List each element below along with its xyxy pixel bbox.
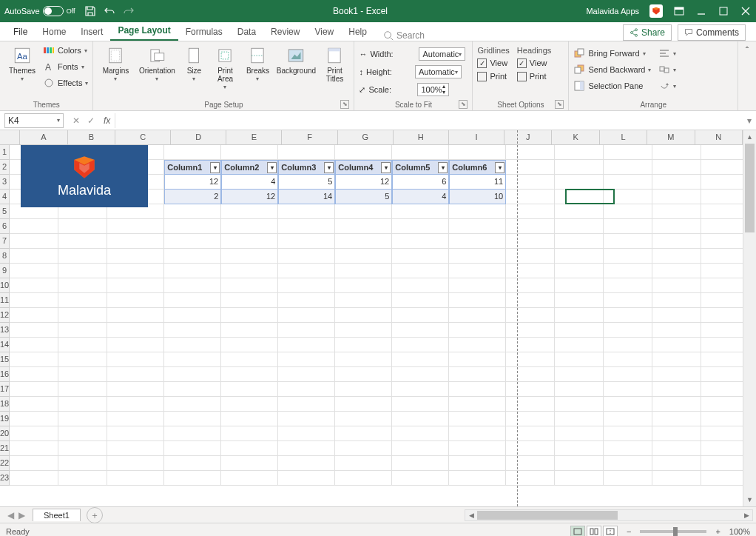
cell[interactable]	[701, 160, 743, 175]
cell[interactable]	[652, 338, 701, 352]
cell[interactable]	[221, 323, 278, 338]
cell[interactable]	[335, 471, 392, 486]
cell[interactable]	[604, 219, 652, 234]
cell[interactable]	[335, 278, 392, 293]
cell[interactable]	[449, 308, 506, 323]
cell[interactable]	[335, 219, 392, 234]
cell[interactable]	[604, 338, 652, 352]
align-button[interactable]: ▾	[658, 46, 676, 61]
cell[interactable]	[58, 278, 107, 293]
cell[interactable]	[555, 145, 604, 160]
cell[interactable]	[652, 175, 701, 190]
zoom-out-button[interactable]: −	[624, 527, 634, 536]
cell[interactable]	[604, 382, 652, 397]
cell[interactable]	[604, 412, 652, 426]
tab-formulas[interactable]: Formulas	[178, 23, 230, 41]
cell[interactable]	[107, 382, 164, 397]
cell[interactable]	[701, 249, 743, 264]
background-button[interactable]: Background	[275, 43, 317, 75]
cell[interactable]: 12	[335, 175, 392, 190]
cell[interactable]	[506, 441, 555, 456]
share-button[interactable]: Share	[623, 24, 672, 41]
cell[interactable]	[107, 264, 164, 278]
row-header[interactable]: 4	[0, 190, 10, 204]
cell[interactable]	[221, 219, 278, 234]
cell[interactable]	[58, 308, 107, 323]
autosave-toggle[interactable]: AutoSave Off	[4, 6, 75, 16]
cell[interactable]	[701, 175, 743, 190]
cell[interactable]	[652, 471, 701, 486]
cell[interactable]	[701, 293, 743, 308]
select-all-corner[interactable]	[0, 130, 20, 145]
cell[interactable]	[392, 456, 449, 471]
cell[interactable]	[278, 204, 335, 219]
cell[interactable]	[449, 456, 506, 471]
cell[interactable]	[555, 264, 604, 278]
cell[interactable]	[604, 190, 652, 204]
cell[interactable]	[335, 412, 392, 426]
cell[interactable]	[555, 441, 604, 456]
cell[interactable]	[107, 249, 164, 264]
themes-button[interactable]: Aa Themes▾	[4, 43, 40, 83]
cell[interactable]	[392, 323, 449, 338]
col-header[interactable]: B	[68, 130, 115, 145]
cell[interactable]	[58, 264, 107, 278]
cell[interactable]	[10, 219, 58, 234]
filter-dropdown-icon[interactable]: ▾	[438, 162, 448, 173]
cell[interactable]	[164, 145, 221, 160]
cell[interactable]	[555, 323, 604, 338]
cell[interactable]	[278, 145, 335, 160]
height-select[interactable]: Automatic▾	[415, 65, 462, 78]
cell[interactable]	[449, 234, 506, 249]
cell[interactable]	[506, 397, 555, 412]
cell[interactable]	[604, 456, 652, 471]
tab-home[interactable]: Home	[35, 23, 73, 41]
row-header[interactable]: 21	[0, 441, 10, 456]
cell[interactable]	[506, 293, 555, 308]
fx-label[interactable]: fx	[104, 115, 115, 126]
cell[interactable]	[392, 219, 449, 234]
cell[interactable]	[335, 264, 392, 278]
cell[interactable]	[221, 382, 278, 397]
col-header[interactable]: E	[226, 130, 282, 145]
send-backward-button[interactable]: Send Backward▾	[573, 62, 651, 77]
cell[interactable]	[164, 441, 221, 456]
cell[interactable]	[392, 308, 449, 323]
cell[interactable]	[392, 338, 449, 352]
cell[interactable]	[335, 249, 392, 264]
cell[interactable]	[506, 308, 555, 323]
cell[interactable]	[10, 323, 58, 338]
scroll-left-icon[interactable]: ◀	[465, 510, 477, 520]
search-box[interactable]: Search	[383, 30, 425, 41]
cell[interactable]	[392, 145, 449, 160]
cell[interactable]	[107, 441, 164, 456]
sheet-tab-1[interactable]: Sheet1	[33, 509, 81, 521]
cell[interactable]	[107, 219, 164, 234]
hscroll-thumb[interactable]	[477, 511, 618, 520]
row-header[interactable]: 9	[0, 264, 10, 278]
row-header[interactable]: 10	[0, 278, 10, 293]
comments-button[interactable]: Comments	[678, 24, 746, 41]
cell[interactable]	[10, 426, 58, 441]
cell[interactable]	[278, 456, 335, 471]
scroll-up-icon[interactable]: ▲	[743, 130, 756, 144]
cell[interactable]	[392, 264, 449, 278]
col-header[interactable]: G	[338, 130, 394, 145]
cell[interactable]	[164, 278, 221, 293]
cell[interactable]	[278, 338, 335, 352]
cell[interactable]	[604, 293, 652, 308]
cell[interactable]	[555, 367, 604, 382]
cell[interactable]: 4	[221, 175, 278, 190]
cell[interactable]	[449, 441, 506, 456]
cell[interactable]	[164, 249, 221, 264]
cell[interactable]	[449, 204, 506, 219]
cell[interactable]	[604, 264, 652, 278]
cell[interactable]	[701, 190, 743, 204]
cell[interactable]	[10, 456, 58, 471]
cell[interactable]	[506, 367, 555, 382]
row-header[interactable]: 8	[0, 249, 10, 264]
cell[interactable]	[652, 219, 701, 234]
cell[interactable]	[701, 234, 743, 249]
cell[interactable]	[652, 412, 701, 426]
size-button[interactable]: Size▾	[180, 43, 207, 83]
